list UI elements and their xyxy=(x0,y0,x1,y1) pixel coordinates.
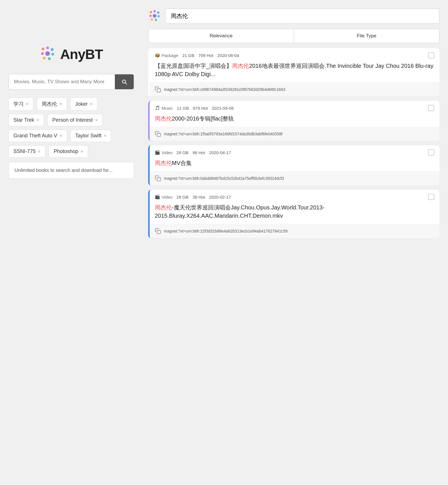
result-hot-1: 709 Hot xyxy=(198,53,213,58)
svg-point-8 xyxy=(150,11,152,13)
tag-xuexi[interactable]: 学习 × xyxy=(9,97,33,111)
copy-icon-2[interactable] xyxy=(155,131,161,137)
tag-poi[interactable]: Person of Interest × xyxy=(47,114,102,126)
logo-icon xyxy=(40,46,57,63)
tag-remove-startrek[interactable]: × xyxy=(36,118,39,123)
search-bar xyxy=(9,74,134,89)
search-top xyxy=(148,9,439,24)
svg-point-3 xyxy=(41,52,44,55)
svg-rect-17 xyxy=(157,133,160,136)
copy-icon-3[interactable] xyxy=(155,175,161,182)
tag-label: 学习 xyxy=(13,101,24,107)
top-search-input[interactable] xyxy=(165,9,439,24)
result-size-1: 21 GB xyxy=(182,53,194,58)
tag-remove-joker[interactable]: × xyxy=(90,101,93,107)
tag-taylor[interactable]: Taylor Swift × xyxy=(70,130,111,142)
svg-rect-16 xyxy=(157,89,160,92)
tag-label: Star Trek xyxy=(13,117,34,123)
tag-label: Taylor Swift xyxy=(75,133,101,139)
result-meta-4: 🎬 Video 29 GB 38 Hot 2020-02-17 xyxy=(150,190,439,202)
tag-label: Grand Theft Auto V xyxy=(13,133,57,139)
result-card-1: 📦 Package 21 GB 709 Hot 2020-06-04 【蓝光原盘… xyxy=(148,48,439,96)
svg-point-9 xyxy=(153,10,156,12)
tag-remove-gta[interactable]: × xyxy=(60,133,62,138)
result-type-2: 🎵 Music xyxy=(155,105,173,111)
svg-point-15 xyxy=(155,19,157,21)
result-size-3: 28 GB xyxy=(176,150,189,155)
top-logo-icon xyxy=(148,9,162,23)
unlimited-text: Unlimited books to search and download f… xyxy=(15,168,113,173)
tag-remove-poi[interactable]: × xyxy=(95,118,97,123)
tag-zjl[interactable]: 周杰伦 × xyxy=(37,97,67,111)
magnet-row-1: magnet:?xt=urn:btih:c69874984a3f249281e5… xyxy=(150,82,439,96)
magnet-text-3: magnet:?xt=urn:btih:0abdd9487bd15c52b42a… xyxy=(164,176,284,181)
result-title-4: 周杰伦-魔天伦世界巡回演唱会Jay.Chou.Opus.Jay.World.To… xyxy=(150,202,439,224)
result-checkbox-4[interactable] xyxy=(428,194,434,200)
result-checkbox-2[interactable] xyxy=(428,105,434,111)
tag-remove-xuexi[interactable]: × xyxy=(26,101,28,107)
magnet-row-4: magnet:?xt=urn:btih:22f3d31b88e4a82b313e… xyxy=(150,224,439,238)
highlight-4: 周杰伦 xyxy=(155,204,172,211)
result-checkbox-1[interactable] xyxy=(428,52,434,58)
logo-area: AnyBT xyxy=(40,46,103,63)
result-meta-2: 🎵 Music 11 GB 879 Hot 2021-09-06 xyxy=(150,101,439,113)
tag-remove-ssni[interactable]: × xyxy=(38,149,40,154)
svg-point-12 xyxy=(153,14,156,18)
magnet-row-2: magnet:?xt=urn:btih:1f5a0f3793a166fd1574… xyxy=(150,127,439,141)
result-checkbox-3[interactable] xyxy=(428,149,434,156)
filter-filetype[interactable]: File Type xyxy=(294,29,440,43)
result-meta-3: 🎬 Video 28 GB 96 Hot 2020-04-17 xyxy=(150,145,439,158)
svg-point-11 xyxy=(149,15,152,17)
unlimited-box: Unlimited books to search and download f… xyxy=(9,162,134,179)
copy-icon-1[interactable] xyxy=(155,86,161,93)
tag-photoshop[interactable]: Photoshop × xyxy=(49,145,88,158)
svg-point-4 xyxy=(45,51,50,56)
search-button[interactable] xyxy=(115,74,134,89)
result-hot-4: 38 Hot xyxy=(193,195,205,199)
highlight-2: 周杰伦 xyxy=(155,115,172,122)
svg-point-1 xyxy=(46,46,49,49)
tag-joker[interactable]: Joker × xyxy=(70,97,97,111)
tag-label: 周杰伦 xyxy=(42,101,57,107)
magnet-text-2: magnet:?xt=urn:btih:1f5a0f3793a166fd1574… xyxy=(164,132,282,136)
svg-point-13 xyxy=(158,15,160,17)
result-date-4: 2020-02-17 xyxy=(209,195,231,199)
copy-icon-4[interactable] xyxy=(155,228,161,234)
tag-gta[interactable]: Grand Theft Auto V × xyxy=(9,130,67,142)
tag-remove-zjl[interactable]: × xyxy=(59,101,62,107)
tag-ssni[interactable]: SSNI-775 × xyxy=(9,145,45,158)
result-title-1: 【蓝光原盘国语中字_演唱会】周杰伦2016地表最强世界巡回演唱会.The Inv… xyxy=(150,61,439,82)
search-icon xyxy=(121,79,127,85)
result-type-3: 🎬 Video xyxy=(155,150,172,155)
search-input[interactable] xyxy=(9,74,115,89)
result-date-2: 2021-09-06 xyxy=(212,106,234,111)
filter-row: Relevance File Type xyxy=(148,29,439,43)
right-panel: Relevance File Type 📦 Package 21 GB 709 … xyxy=(142,0,448,485)
result-hot-2: 879 Hot xyxy=(193,106,208,111)
result-type-4: 🎬 Video xyxy=(155,194,172,199)
tag-remove-photoshop[interactable]: × xyxy=(80,149,83,154)
result-hot-3: 96 Hot xyxy=(193,150,205,155)
result-size-4: 29 GB xyxy=(176,195,189,199)
result-meta-1: 📦 Package 21 GB 709 Hot 2020-06-04 xyxy=(150,48,439,61)
svg-point-10 xyxy=(157,11,159,14)
tag-remove-taylor[interactable]: × xyxy=(104,133,106,138)
filter-relevance[interactable]: Relevance xyxy=(148,29,294,43)
result-title-2: 周杰伦2000-2016专辑[flac]整轨 xyxy=(150,113,439,127)
svg-point-14 xyxy=(151,18,153,21)
highlight-1: 周杰伦 xyxy=(232,63,249,69)
tag-startrek[interactable]: Star Trek × xyxy=(9,114,44,126)
result-date-1: 2020-06-04 xyxy=(217,53,239,58)
result-date-3: 2020-04-17 xyxy=(209,150,231,155)
tag-label: Joker xyxy=(75,101,88,107)
svg-rect-18 xyxy=(157,178,160,181)
svg-point-6 xyxy=(43,57,46,60)
result-card-2: 🎵 Music 11 GB 879 Hot 2021-09-06 周杰伦2000… xyxy=(148,101,439,141)
tag-label: Photoshop xyxy=(54,148,78,154)
result-card-3: 🎬 Video 28 GB 96 Hot 2020-04-17 周杰伦MV合集 … xyxy=(148,145,439,185)
highlight-3: 周杰伦 xyxy=(155,160,172,166)
magnet-text-1: magnet:?xt=urn:btih:c69874984a3f249281e5… xyxy=(164,87,285,92)
tag-label: SSNI-775 xyxy=(13,148,36,154)
magnet-text-4: magnet:?xt=urn:btih:22f3d31b88e4a82b313e… xyxy=(164,229,288,233)
svg-point-5 xyxy=(51,53,54,56)
